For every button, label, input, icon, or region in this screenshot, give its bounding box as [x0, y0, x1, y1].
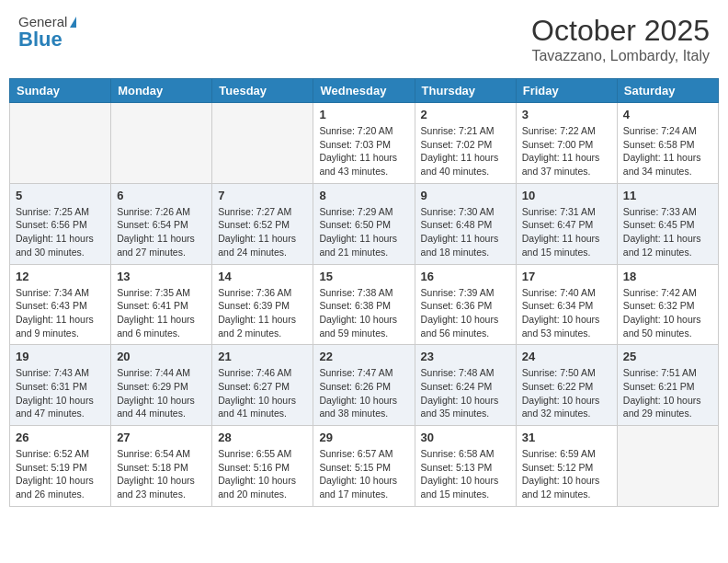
- day-info: Sunrise: 7:38 AM Sunset: 6:38 PM Dayligh…: [319, 286, 408, 340]
- column-header-wednesday: Wednesday: [313, 79, 415, 103]
- calendar-week-row: 1Sunrise: 7:20 AM Sunset: 7:03 PM Daylig…: [10, 103, 719, 184]
- calendar-day-31: 31Sunrise: 6:59 AM Sunset: 5:12 PM Dayli…: [516, 426, 617, 507]
- day-number: 24: [522, 350, 611, 363]
- day-number: 31: [522, 431, 611, 444]
- day-number: 20: [117, 350, 206, 363]
- day-info: Sunrise: 6:59 AM Sunset: 5:12 PM Dayligh…: [522, 447, 611, 501]
- calendar-week-row: 26Sunrise: 6:52 AM Sunset: 5:19 PM Dayli…: [10, 426, 719, 507]
- calendar-day-4: 4Sunrise: 7:24 AM Sunset: 6:58 PM Daylig…: [617, 103, 718, 184]
- day-number: 18: [623, 270, 712, 283]
- calendar-day-2: 2Sunrise: 7:21 AM Sunset: 7:02 PM Daylig…: [415, 103, 516, 184]
- day-info: Sunrise: 7:21 AM Sunset: 7:02 PM Dayligh…: [421, 124, 510, 178]
- day-number: 2: [421, 108, 510, 121]
- day-number: 1: [319, 108, 408, 121]
- column-header-friday: Friday: [516, 79, 617, 103]
- day-info: Sunrise: 7:33 AM Sunset: 6:45 PM Dayligh…: [623, 205, 712, 259]
- calendar-day-24: 24Sunrise: 7:50 AM Sunset: 6:22 PM Dayli…: [516, 345, 617, 426]
- day-info: Sunrise: 7:29 AM Sunset: 6:50 PM Dayligh…: [319, 205, 408, 259]
- day-info: Sunrise: 7:36 AM Sunset: 6:39 PM Dayligh…: [218, 286, 307, 340]
- column-header-sunday: Sunday: [10, 79, 111, 103]
- calendar-day-9: 9Sunrise: 7:30 AM Sunset: 6:48 PM Daylig…: [415, 183, 516, 264]
- column-header-tuesday: Tuesday: [212, 79, 313, 103]
- calendar-day-18: 18Sunrise: 7:42 AM Sunset: 6:32 PM Dayli…: [617, 264, 718, 345]
- location-subtitle: Tavazzano, Lombardy, Italy: [531, 48, 710, 64]
- day-number: 6: [117, 189, 206, 202]
- day-info: Sunrise: 7:48 AM Sunset: 6:24 PM Dayligh…: [421, 366, 510, 420]
- day-number: 21: [218, 350, 307, 363]
- calendar-day-7: 7Sunrise: 7:27 AM Sunset: 6:52 PM Daylig…: [212, 183, 313, 264]
- calendar-day-16: 16Sunrise: 7:39 AM Sunset: 6:36 PM Dayli…: [415, 264, 516, 345]
- calendar-day-10: 10Sunrise: 7:31 AM Sunset: 6:47 PM Dayli…: [516, 183, 617, 264]
- day-number: 29: [319, 431, 408, 444]
- day-info: Sunrise: 7:42 AM Sunset: 6:32 PM Dayligh…: [623, 286, 712, 340]
- column-header-saturday: Saturday: [617, 79, 718, 103]
- day-number: 8: [319, 189, 408, 202]
- day-info: Sunrise: 7:27 AM Sunset: 6:52 PM Dayligh…: [218, 205, 307, 259]
- day-info: Sunrise: 7:30 AM Sunset: 6:48 PM Dayligh…: [421, 205, 510, 259]
- calendar-day-14: 14Sunrise: 7:36 AM Sunset: 6:39 PM Dayli…: [212, 264, 313, 345]
- day-number: 19: [16, 350, 105, 363]
- day-info: Sunrise: 7:22 AM Sunset: 7:00 PM Dayligh…: [522, 124, 611, 178]
- day-info: Sunrise: 7:26 AM Sunset: 6:54 PM Dayligh…: [117, 205, 206, 259]
- day-number: 7: [218, 189, 307, 202]
- day-info: Sunrise: 6:54 AM Sunset: 5:18 PM Dayligh…: [117, 447, 206, 501]
- day-info: Sunrise: 7:51 AM Sunset: 6:21 PM Dayligh…: [623, 366, 712, 420]
- calendar-day-5: 5Sunrise: 7:25 AM Sunset: 6:56 PM Daylig…: [10, 183, 111, 264]
- day-info: Sunrise: 7:25 AM Sunset: 6:56 PM Dayligh…: [16, 205, 105, 259]
- calendar-day-15: 15Sunrise: 7:38 AM Sunset: 6:38 PM Dayli…: [313, 264, 415, 345]
- day-info: Sunrise: 7:20 AM Sunset: 7:03 PM Dayligh…: [319, 124, 408, 178]
- calendar-day-12: 12Sunrise: 7:34 AM Sunset: 6:43 PM Dayli…: [10, 264, 111, 345]
- calendar-day-empty: [111, 103, 212, 184]
- day-info: Sunrise: 7:39 AM Sunset: 6:36 PM Dayligh…: [421, 286, 510, 340]
- day-info: Sunrise: 7:24 AM Sunset: 6:58 PM Dayligh…: [623, 124, 712, 178]
- day-info: Sunrise: 7:46 AM Sunset: 6:27 PM Dayligh…: [218, 366, 307, 420]
- calendar-day-20: 20Sunrise: 7:44 AM Sunset: 6:29 PM Dayli…: [111, 345, 212, 426]
- calendar-day-30: 30Sunrise: 6:58 AM Sunset: 5:13 PM Dayli…: [415, 426, 516, 507]
- day-info: Sunrise: 7:47 AM Sunset: 6:26 PM Dayligh…: [319, 366, 408, 420]
- column-header-monday: Monday: [111, 79, 212, 103]
- day-info: Sunrise: 7:50 AM Sunset: 6:22 PM Dayligh…: [522, 366, 611, 420]
- calendar-day-19: 19Sunrise: 7:43 AM Sunset: 6:31 PM Dayli…: [10, 345, 111, 426]
- calendar-day-6: 6Sunrise: 7:26 AM Sunset: 6:54 PM Daylig…: [111, 183, 212, 264]
- logo-triangle-icon: [70, 17, 76, 28]
- calendar-day-26: 26Sunrise: 6:52 AM Sunset: 5:19 PM Dayli…: [10, 426, 111, 507]
- calendar-header-row: SundayMondayTuesdayWednesdayThursdayFrid…: [10, 79, 719, 103]
- month-title: October 2025: [531, 14, 710, 48]
- day-info: Sunrise: 7:40 AM Sunset: 6:34 PM Dayligh…: [522, 286, 611, 340]
- day-number: 9: [421, 189, 510, 202]
- day-info: Sunrise: 7:31 AM Sunset: 6:47 PM Dayligh…: [522, 205, 611, 259]
- calendar-day-25: 25Sunrise: 7:51 AM Sunset: 6:21 PM Dayli…: [617, 345, 718, 426]
- logo: General Blue: [18, 14, 76, 52]
- day-info: Sunrise: 6:57 AM Sunset: 5:15 PM Dayligh…: [319, 447, 408, 501]
- calendar-week-row: 5Sunrise: 7:25 AM Sunset: 6:56 PM Daylig…: [10, 183, 719, 264]
- column-header-thursday: Thursday: [415, 79, 516, 103]
- calendar-day-17: 17Sunrise: 7:40 AM Sunset: 6:34 PM Dayli…: [516, 264, 617, 345]
- day-info: Sunrise: 7:44 AM Sunset: 6:29 PM Dayligh…: [117, 366, 206, 420]
- day-number: 11: [623, 189, 712, 202]
- calendar-day-empty: [212, 103, 313, 184]
- calendar-week-row: 19Sunrise: 7:43 AM Sunset: 6:31 PM Dayli…: [10, 345, 719, 426]
- day-number: 30: [421, 431, 510, 444]
- day-number: 5: [16, 189, 105, 202]
- calendar-day-22: 22Sunrise: 7:47 AM Sunset: 6:26 PM Dayli…: [313, 345, 415, 426]
- day-number: 23: [421, 350, 510, 363]
- title-section: October 2025 Tavazzano, Lombardy, Italy: [531, 14, 710, 64]
- day-number: 4: [623, 108, 712, 121]
- calendar-day-3: 3Sunrise: 7:22 AM Sunset: 7:00 PM Daylig…: [516, 103, 617, 184]
- calendar-day-1: 1Sunrise: 7:20 AM Sunset: 7:03 PM Daylig…: [313, 103, 415, 184]
- calendar-day-empty: [10, 103, 111, 184]
- day-info: Sunrise: 6:52 AM Sunset: 5:19 PM Dayligh…: [16, 447, 105, 501]
- day-number: 25: [623, 350, 712, 363]
- day-number: 17: [522, 270, 611, 283]
- day-info: Sunrise: 6:58 AM Sunset: 5:13 PM Dayligh…: [421, 447, 510, 501]
- day-number: 22: [319, 350, 408, 363]
- day-number: 26: [16, 431, 105, 444]
- calendar-day-27: 27Sunrise: 6:54 AM Sunset: 5:18 PM Dayli…: [111, 426, 212, 507]
- calendar-day-8: 8Sunrise: 7:29 AM Sunset: 6:50 PM Daylig…: [313, 183, 415, 264]
- day-number: 15: [319, 270, 408, 283]
- day-info: Sunrise: 7:35 AM Sunset: 6:41 PM Dayligh…: [117, 286, 206, 340]
- calendar-day-23: 23Sunrise: 7:48 AM Sunset: 6:24 PM Dayli…: [415, 345, 516, 426]
- day-info: Sunrise: 7:43 AM Sunset: 6:31 PM Dayligh…: [16, 366, 105, 420]
- calendar-day-29: 29Sunrise: 6:57 AM Sunset: 5:15 PM Dayli…: [313, 426, 415, 507]
- day-number: 10: [522, 189, 611, 202]
